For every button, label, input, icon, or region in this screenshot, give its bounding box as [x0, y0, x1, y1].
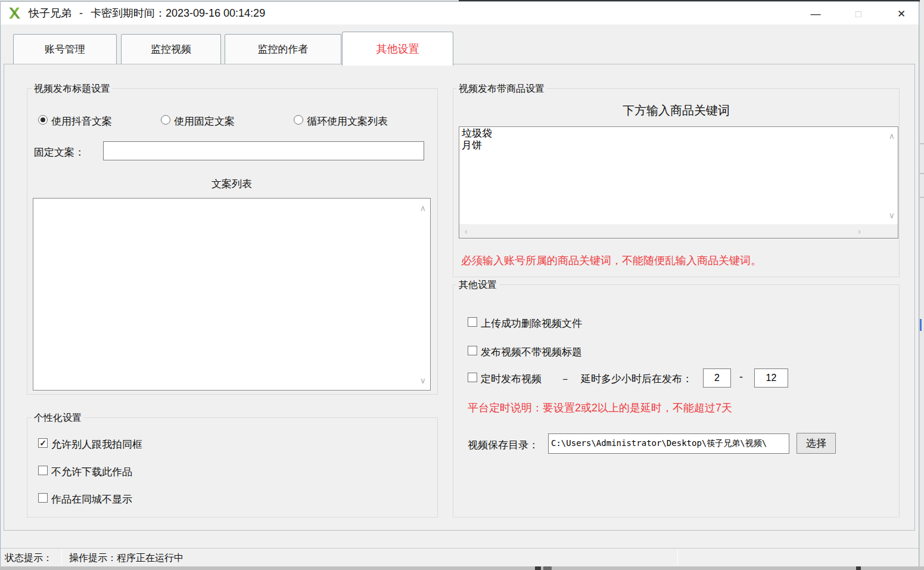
window-title-separator: - — [79, 7, 83, 20]
checkbox-disallow-download[interactable]: ✓ — [38, 466, 48, 475]
vertical-scrollbar[interactable]: ∧ ∨ — [885, 127, 898, 224]
save-dir-input[interactable] — [548, 433, 789, 454]
operation-status-text: 操作提示：程序正在运行中 — [69, 552, 183, 565]
minimize-button[interactable]: — — [802, 4, 829, 24]
radio-use-douyin-copy[interactable] — [38, 115, 48, 125]
delay-from-input[interactable] — [703, 368, 731, 388]
scroll-down-icon[interactable]: ∨ — [889, 211, 895, 219]
checkbox-label-disallow-download[interactable]: 不允许下载此作品 — [51, 465, 132, 479]
groupbox-label: 其他设置 — [456, 279, 499, 292]
timed-dash: － — [560, 372, 570, 386]
scroll-right-icon[interactable]: › — [858, 227, 861, 236]
tab-monitor-videos[interactable]: 监控视频 — [121, 34, 221, 64]
tab-label: 监控视频 — [151, 42, 191, 56]
tab-label: 其他设置 — [377, 42, 419, 56]
sliver-marker — [920, 319, 922, 331]
timing-note-text: 平台定时说明：要设置2或2以上的是延时，不能超过7天 — [468, 401, 732, 415]
radio-use-fixed-copy[interactable] — [161, 115, 170, 125]
choose-folder-button[interactable]: 选择 — [797, 433, 836, 454]
background-strip-bottom — [0, 566, 924, 570]
radio-cycle-copy-list[interactable] — [294, 115, 303, 125]
window-title: 快子兄弟 — [29, 6, 71, 20]
tab-monitored-authors[interactable]: 监控的作者 — [225, 34, 341, 64]
keywords-textarea[interactable]: 垃圾袋 月饼 — [459, 127, 885, 224]
sliver-line — [920, 173, 924, 174]
save-dir-label: 视频保存目录： — [468, 438, 539, 452]
tab-account-management[interactable]: 账号管理 — [13, 34, 117, 64]
strip-mark — [535, 566, 541, 570]
keywords-warning-text: 必须输入账号所属的商品关键词，不能随便乱输入商品关键词。 — [461, 253, 761, 268]
keywords-box: 垃圾袋 月饼 ∧ ∨ ‹ › — [459, 126, 898, 238]
checkbox-label-hide-in-same-city[interactable]: 作品在同城不显示 — [51, 492, 132, 506]
close-button[interactable]: ✕ — [888, 4, 914, 24]
background-window-sliver-right — [920, 0, 924, 570]
groupbox-label: 视频发布带商品设置 — [456, 83, 547, 95]
checkbox-hide-in-same-city[interactable]: ✓ — [38, 493, 48, 503]
tab-label: 账号管理 — [45, 42, 85, 56]
close-icon: ✕ — [897, 9, 906, 19]
strip-mark — [543, 566, 552, 570]
delay-range-separator: - — [739, 371, 743, 383]
screen: 快子兄弟 - 卡密到期时间：2023-09-16 00:14:29 — □ ✕ … — [0, 0, 924, 570]
sliver-line — [920, 143, 924, 144]
delay-to-input[interactable] — [754, 368, 788, 388]
groupbox-label: 视频发布标题设置 — [32, 83, 113, 95]
scroll-up-icon[interactable]: ∧ — [889, 132, 895, 140]
scroll-left-icon[interactable]: ‹ — [465, 227, 468, 236]
fixed-copy-label: 固定文案： — [34, 145, 85, 159]
checkbox-label-allow-duet[interactable]: 允许别人跟我拍同框 — [51, 438, 142, 451]
strip-mark — [856, 566, 861, 570]
checkbox-publish-without-title[interactable]: ✓ — [468, 346, 477, 355]
fixed-copy-input[interactable] — [103, 141, 424, 160]
checkbox-timed-publish[interactable]: ✓ — [468, 373, 477, 382]
checkbox-delete-after-upload[interactable]: ✓ — [468, 317, 477, 327]
horizontal-scrollbar[interactable]: ‹ › — [459, 224, 898, 238]
maximize-button[interactable]: □ — [845, 4, 872, 24]
groupbox-label: 个性化设置 — [32, 412, 84, 425]
check-icon: ✓ — [39, 439, 46, 447]
sliver-line — [920, 197, 924, 198]
radio-label-cycle-copy-list[interactable]: 循环使用文案列表 — [307, 114, 388, 128]
tab-other-settings[interactable]: 其他设置 — [342, 32, 453, 66]
titlebar: 快子兄弟 - 卡密到期时间：2023-09-16 00:14:29 — □ ✕ — [1, 2, 919, 24]
app-logo-icon — [8, 7, 21, 20]
checkbox-label-timed-publish[interactable]: 定时发布视频 — [481, 372, 542, 386]
scroll-down-icon[interactable]: ∨ — [420, 376, 426, 385]
scroll-up-icon[interactable]: ∧ — [420, 204, 426, 212]
copy-list-box: ∧ ∨ — [33, 198, 431, 391]
checkbox-label-delete-after-upload[interactable]: 上传成功删除视频文件 — [481, 317, 582, 330]
keywords-header: 下方输入商品关键词 — [453, 103, 900, 119]
tab-label: 监控的作者 — [258, 42, 309, 56]
checkbox-label-publish-without-title[interactable]: 发布视频不带视频标题 — [481, 345, 582, 359]
minimize-icon: — — [811, 9, 821, 19]
copy-list-label: 文案列表 — [33, 177, 431, 191]
checkbox-allow-duet[interactable]: ✓ — [38, 438, 48, 448]
radio-label-use-fixed-copy[interactable]: 使用固定文案 — [174, 114, 235, 128]
statusbar-separator — [61, 549, 62, 565]
status-label: 状态提示： — [5, 552, 52, 565]
radio-label-use-douyin-copy[interactable]: 使用抖音文案 — [51, 114, 112, 128]
statusbar-separator — [677, 549, 678, 565]
copy-list-textarea[interactable] — [33, 199, 430, 390]
maximize-icon: □ — [855, 9, 861, 19]
license-expiry-text: 卡密到期时间：2023-09-16 00:14:29 — [91, 6, 265, 20]
delay-hours-label: 延时多少小时后在发布： — [581, 372, 692, 386]
